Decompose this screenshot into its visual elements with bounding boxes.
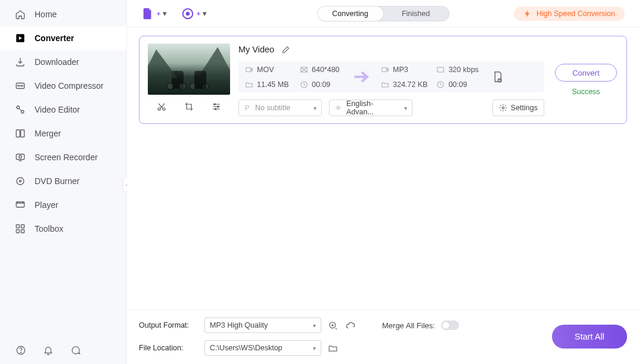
- task-card[interactable]: My Video MOV 640*480 11.45 MB 00:09: [139, 36, 627, 124]
- svg-rect-28: [438, 67, 444, 71]
- home-icon: [14, 8, 26, 20]
- start-all-button[interactable]: Start All: [552, 325, 627, 349]
- cut-icon[interactable]: [156, 101, 167, 112]
- svg-point-18: [187, 12, 190, 15]
- sidebar-item-recorder[interactable]: Screen Recorder: [0, 145, 126, 169]
- clock-icon: [436, 80, 445, 89]
- subtitle-icon: [244, 104, 252, 112]
- svg-point-22: [218, 106, 219, 107]
- folder-icon: [244, 80, 253, 89]
- task-card-mid: My Video MOV 640*480 11.45 MB 00:09: [238, 43, 544, 116]
- sidebar-item-label: Home: [35, 10, 57, 19]
- topbar-action-icons: ▾ ▾: [141, 7, 207, 20]
- sidebar-item-dvdburner[interactable]: DVD Burner: [0, 169, 126, 193]
- source-size: 11.45 MB: [257, 80, 289, 89]
- crop-icon[interactable]: [184, 101, 194, 112]
- chevron-down-icon: ▾: [404, 105, 407, 111]
- thumbnail-edit-row: [148, 101, 230, 113]
- sidebar-item-label: DVD Burner: [35, 176, 79, 186]
- toolbox-icon: [14, 223, 26, 235]
- tab-finished-label: Finished: [402, 10, 430, 18]
- compressor-icon: [14, 80, 26, 92]
- downloader-icon: [14, 56, 26, 68]
- svg-point-19: [158, 108, 160, 110]
- video-icon: [380, 65, 389, 74]
- open-folder-icon[interactable]: [327, 343, 338, 353]
- svg-rect-14: [21, 230, 24, 233]
- task-settings-button[interactable]: Settings: [492, 99, 544, 116]
- sidebar-item-label: Video Compressor: [35, 81, 104, 91]
- waveform-icon: [334, 104, 343, 112]
- chevron-down-icon: ▾: [203, 9, 207, 18]
- tab-converting[interactable]: Converting: [318, 7, 383, 21]
- sidebar-item-label: Screen Recorder: [35, 153, 98, 162]
- sidebar-item-merger[interactable]: Merger: [0, 122, 126, 145]
- help-icon[interactable]: [15, 345, 26, 356]
- file-location-label: File Location:: [139, 344, 198, 352]
- svg-point-9: [20, 181, 21, 182]
- svg-rect-4: [16, 130, 20, 137]
- sidebar-item-label: Toolbox: [35, 224, 63, 234]
- dvdburner-icon: [14, 175, 26, 187]
- target-info: MP3 320 kbps 324.72 KB 00:09: [380, 65, 482, 89]
- target-duration: 00:09: [448, 80, 467, 89]
- svg-point-2: [17, 106, 20, 109]
- sidebar-item-converter[interactable]: Converter: [0, 26, 126, 50]
- output-format-value: MP3 High Quality: [210, 321, 268, 329]
- plus-icon: [157, 12, 160, 15]
- add-disc-button[interactable]: ▾: [181, 7, 207, 20]
- merge-toggle[interactable]: [441, 321, 459, 330]
- gear-plus-icon[interactable]: [327, 320, 338, 331]
- sidebar-item-downloader[interactable]: Downloader: [0, 50, 126, 74]
- merge-all-control: Merge All Files:: [362, 321, 546, 330]
- sidebar-item-toolbox[interactable]: Toolbox: [0, 217, 126, 241]
- chevron-down-icon: ▾: [313, 345, 316, 351]
- task-status: Success: [572, 88, 600, 96]
- chat-icon[interactable]: [70, 345, 81, 356]
- output-format-select[interactable]: MP3 High Quality ▾: [204, 318, 321, 333]
- chevron-down-icon: ▾: [313, 322, 316, 329]
- sliders-icon[interactable]: [211, 101, 222, 112]
- sidebar-item-label: Converter: [35, 33, 74, 43]
- sidebar-item-editor[interactable]: Video Editor: [0, 98, 126, 122]
- recorder-icon: [14, 151, 26, 163]
- task-title: My Video: [238, 45, 274, 54]
- svg-rect-12: [21, 225, 24, 228]
- source-duration: 00:09: [312, 80, 330, 89]
- source-resolution: 640*480: [312, 66, 340, 74]
- queue-segmented-control: Converting Finished: [317, 6, 449, 21]
- file-location-select[interactable]: C:\Users\WS\Desktop ▾: [204, 340, 321, 356]
- tab-finished[interactable]: Finished: [383, 7, 449, 21]
- edit-title-icon[interactable]: [281, 45, 290, 54]
- convert-button[interactable]: Convert: [555, 64, 617, 82]
- subtitle-select-value: No subtitle: [255, 104, 290, 112]
- video-thumbnail[interactable]: [148, 43, 230, 95]
- target-bitrate: 320 kbps: [448, 66, 479, 74]
- start-all-label: Start All: [575, 332, 604, 341]
- bell-icon[interactable]: [43, 345, 54, 356]
- add-file-button[interactable]: ▾: [141, 7, 167, 20]
- video-icon: [244, 65, 253, 74]
- sidebar-item-label: Downloader: [35, 57, 79, 67]
- svg-point-7: [19, 155, 22, 158]
- audio-track-select[interactable]: English-Advan... ▾: [329, 99, 412, 116]
- svg-rect-6: [16, 154, 24, 160]
- source-format: MOV: [257, 66, 274, 74]
- sidebar-item-label: Player: [35, 200, 58, 210]
- svg-rect-13: [16, 230, 19, 233]
- task-title-row: My Video: [238, 43, 544, 54]
- subtitle-select[interactable]: No subtitle ▾: [238, 99, 322, 116]
- svg-point-20: [163, 108, 165, 110]
- file-location-actions: [327, 343, 356, 353]
- sidebar-footer: [0, 337, 126, 364]
- sidebar-item-compressor[interactable]: Video Compressor: [0, 74, 126, 98]
- sidebar-item-player[interactable]: Player: [0, 193, 126, 217]
- output-profile-icon[interactable]: [491, 70, 505, 83]
- audio-select-value: English-Advan...: [346, 99, 401, 116]
- cloud-icon[interactable]: [345, 320, 356, 331]
- sidebar-item-home[interactable]: Home: [0, 2, 126, 26]
- task-info-panel: MOV 640*480 11.45 MB 00:09 MP3 320 kbps …: [238, 61, 544, 92]
- source-info: MOV 640*480 11.45 MB 00:09: [244, 65, 346, 89]
- svg-rect-27: [381, 67, 386, 71]
- high-speed-conversion-button[interactable]: High Speed Conversion: [514, 7, 625, 21]
